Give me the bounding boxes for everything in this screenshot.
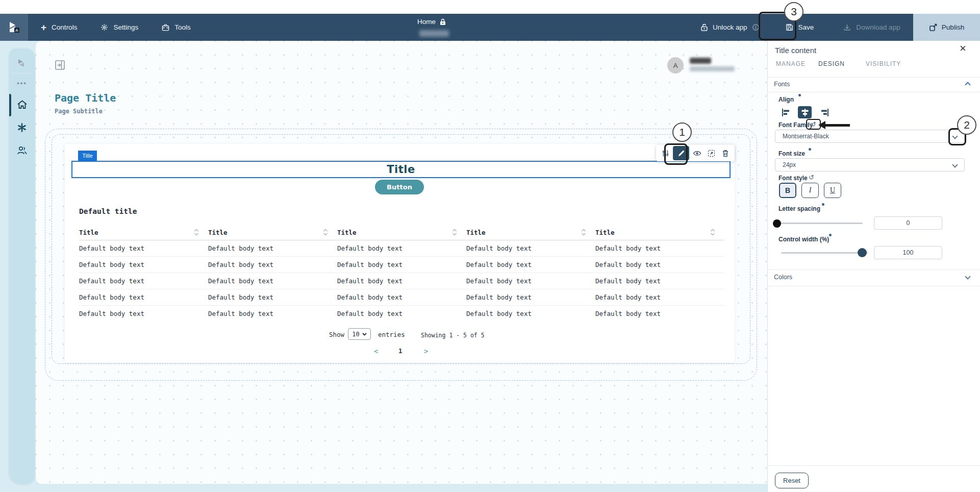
align-left-icon [782, 109, 791, 116]
close-icon[interactable]: × [960, 42, 966, 55]
tools-button[interactable]: Tools [162, 23, 191, 31]
button-widget[interactable]: Button [375, 180, 424, 194]
save-button[interactable]: Save [786, 23, 814, 31]
page-size-select[interactable]: 10 [348, 328, 371, 340]
page-switcher[interactable]: Home [417, 17, 484, 26]
letter-spacing-slider-thumb[interactable] [773, 219, 781, 228]
modified-dot [798, 94, 801, 96]
letter-spacing-label: Letter spacing [778, 205, 820, 212]
table-title: Default title [79, 207, 137, 215]
letter-spacing-input[interactable]: 0 [874, 216, 942, 230]
expand-icon[interactable] [965, 274, 970, 279]
collapse-icon[interactable] [965, 82, 970, 87]
table-row[interactable]: Default body textDefault body textDefaul… [79, 289, 724, 306]
show-label: Show [329, 331, 344, 338]
users-icon [17, 145, 27, 155]
publish-button[interactable]: Publish [913, 14, 980, 41]
more-pages-icon[interactable]: ••• [9, 79, 35, 87]
align-center-button[interactable] [798, 106, 812, 118]
table-cell: Default body text [208, 257, 337, 273]
reset-style-icon[interactable]: ↺ [809, 174, 814, 181]
colors-section-header[interactable]: Colors [774, 274, 792, 281]
reset-font-icon[interactable]: ↺ [811, 120, 816, 128]
table-row[interactable]: Default body textDefault body textDefaul… [79, 273, 724, 289]
tab-visibility[interactable]: VISIBILITY [866, 60, 901, 67]
sidebar-item-home[interactable] [9, 100, 35, 110]
container-widget[interactable]: Title Title [65, 144, 735, 362]
sort-icon[interactable] [194, 229, 199, 236]
sliders-icon [662, 150, 669, 157]
table-cell: Default body text [79, 289, 208, 305]
align-right-button[interactable] [817, 106, 831, 118]
table-cell: Default body text [79, 257, 208, 273]
table-cell: Default body text [208, 289, 337, 305]
info-icon[interactable] [752, 24, 759, 31]
panel-toggle-button[interactable] [55, 60, 65, 72]
sidebar-item-users[interactable] [9, 145, 35, 155]
unlock-app-button[interactable]: Unlock app [701, 23, 759, 31]
user-info[interactable]: A [667, 55, 767, 81]
modified-dot [809, 148, 811, 151]
bold-button[interactable]: B [779, 183, 796, 198]
sidebar-item-asterisk[interactable] [9, 123, 35, 132]
annotation-step-2: 2 [957, 115, 976, 135]
tab-design[interactable]: DESIGN [818, 60, 845, 67]
table-column-header[interactable]: Title [79, 225, 208, 240]
italic-button[interactable]: I [801, 183, 819, 198]
table-column-header[interactable]: Title [208, 225, 337, 240]
prev-page-button[interactable]: < [374, 347, 378, 355]
align-left-button[interactable] [779, 106, 793, 118]
widget-move-button[interactable] [705, 146, 718, 160]
table-header-row: TitleTitleTitleTitleTitle [79, 225, 724, 240]
title-widget[interactable]: Title [71, 161, 731, 178]
divider [768, 465, 980, 466]
fonts-section-header[interactable]: Fonts [774, 81, 790, 88]
table-cell: Default body text [466, 240, 595, 256]
sidebar-divider [11, 73, 33, 73]
font-family-select[interactable]: Montserrat-Black [775, 130, 965, 143]
control-width-slider-thumb[interactable] [858, 248, 867, 257]
app-logo[interactable]: A [0, 14, 28, 41]
settings-button[interactable]: Settings [100, 23, 138, 31]
table-column-header[interactable]: Title [595, 225, 724, 240]
logo-icon: A [8, 21, 21, 34]
table-column-header[interactable]: Title [337, 225, 466, 240]
sort-icon[interactable] [452, 229, 457, 236]
widget-delete-button[interactable] [719, 146, 732, 160]
sort-icon[interactable] [710, 229, 715, 236]
widget-visibility-button[interactable] [690, 146, 703, 160]
table-column-header[interactable]: Title [466, 225, 595, 240]
font-size-select[interactable]: 24px [775, 158, 965, 171]
table-row[interactable]: Default body textDefault body textDefaul… [79, 257, 724, 273]
title-widget-text: Title [387, 163, 415, 176]
current-page-number[interactable]: 1 [398, 347, 403, 355]
table-cell: Default body text [337, 240, 466, 256]
table-widget: TitleTitleTitleTitleTitle Default body t… [79, 225, 724, 322]
widget-settings-button[interactable] [659, 146, 672, 160]
table-row[interactable]: Default body textDefault body textDefaul… [79, 240, 724, 257]
next-page-button[interactable]: > [424, 347, 428, 355]
selected-widget-tag[interactable]: Title [78, 151, 97, 161]
chevron-down-icon [362, 333, 367, 336]
table-cell: Default body text [337, 257, 466, 273]
control-width-slider[interactable] [781, 252, 868, 254]
redacted-username [690, 58, 711, 64]
download-app-button[interactable]: Download app [843, 23, 900, 31]
widget-edit-button[interactable] [673, 146, 689, 160]
sort-icon[interactable] [323, 229, 328, 236]
tab-manage[interactable]: MANAGE [776, 60, 806, 67]
editor-canvas[interactable]: A Page Title Page Subtitle Title Title [36, 41, 767, 484]
table-cell: Default body text [595, 273, 724, 289]
divider [768, 286, 980, 286]
table-row[interactable]: Default body textDefault body textDefaul… [79, 306, 724, 322]
lock-icon [440, 18, 446, 26]
underline-button[interactable]: U [824, 183, 841, 198]
letter-spacing-slider[interactable] [776, 223, 863, 224]
sort-icon[interactable] [581, 229, 586, 236]
reset-button[interactable]: Reset [775, 473, 809, 488]
toolbox-icon [162, 24, 169, 31]
control-width-input[interactable]: 100 [874, 246, 942, 259]
table-body: Default body textDefault body textDefaul… [79, 240, 724, 322]
mini-logo-icon [17, 59, 27, 68]
controls-button[interactable]: + Controls [41, 22, 77, 33]
